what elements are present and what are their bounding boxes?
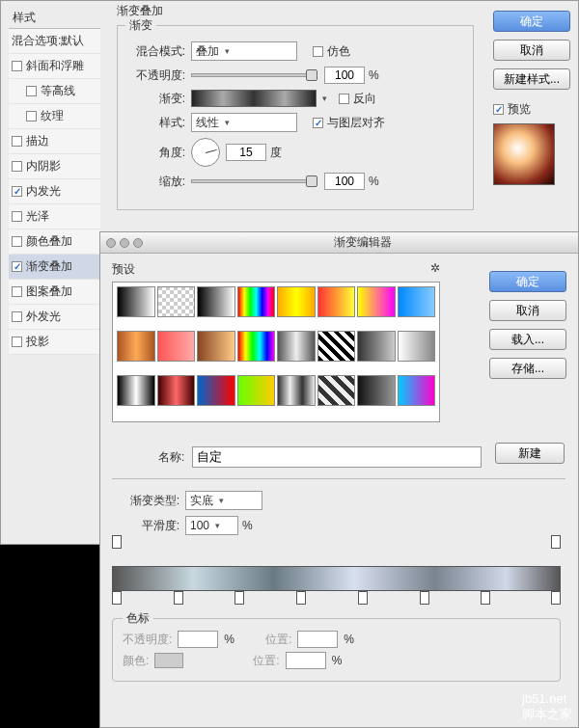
name-input[interactable] — [192, 446, 482, 468]
preset-swatch[interactable] — [398, 286, 436, 317]
preset-swatch[interactable] — [398, 375, 436, 406]
style-checkbox[interactable] — [12, 261, 22, 272]
new-style-button[interactable]: 新建样式... — [493, 68, 570, 90]
preset-swatch[interactable] — [277, 375, 316, 406]
scale-input[interactable] — [324, 173, 365, 190]
preset-swatch[interactable] — [357, 286, 396, 317]
color-stop[interactable] — [296, 591, 306, 605]
preset-swatch[interactable] — [197, 286, 235, 317]
chevron-down-icon: ▾ — [225, 46, 230, 56]
style-select[interactable]: 线性▾ — [191, 113, 297, 132]
minimize-icon[interactable] — [120, 238, 129, 248]
style-item[interactable]: 外发光 — [9, 305, 100, 330]
color-stop[interactable] — [112, 591, 122, 605]
save-button[interactable]: 存储... — [489, 358, 566, 379]
preset-swatch[interactable] — [237, 331, 276, 362]
angle-dial[interactable] — [191, 138, 220, 167]
gradient-bar[interactable] — [112, 566, 561, 591]
style-checkbox[interactable] — [26, 111, 37, 121]
color-stop[interactable] — [174, 591, 183, 605]
preset-swatch[interactable] — [197, 375, 235, 406]
style-item[interactable]: 投影 — [9, 330, 100, 355]
close-icon[interactable] — [106, 238, 116, 248]
style-item[interactable]: 内发光 — [9, 179, 100, 204]
style-item[interactable]: 斜面和浮雕 — [9, 54, 100, 79]
editor-title: 渐变编辑器 — [152, 234, 572, 251]
preset-swatch[interactable] — [317, 286, 356, 317]
preset-swatch[interactable] — [357, 375, 396, 406]
color-stop[interactable] — [420, 591, 429, 605]
reverse-checkbox[interactable] — [339, 94, 349, 104]
angle-label: 角度: — [127, 145, 185, 161]
editor-ok-button[interactable]: 确定 — [489, 271, 566, 292]
preset-swatch[interactable] — [317, 331, 356, 362]
preset-swatch[interactable] — [237, 375, 276, 406]
preset-swatch[interactable] — [398, 331, 436, 362]
zoom-icon[interactable] — [133, 238, 143, 248]
preset-swatch[interactable] — [117, 286, 155, 317]
stop-opacity-label: 不透明度: — [123, 632, 172, 648]
gradient-swatch[interactable] — [191, 90, 317, 107]
preset-swatch[interactable] — [197, 331, 235, 362]
blend-mode-select[interactable]: 叠加▾ — [191, 41, 297, 61]
style-label: 颜色叠加 — [26, 233, 72, 250]
load-button[interactable]: 载入... — [489, 329, 566, 350]
preset-swatch[interactable] — [117, 331, 155, 362]
opacity-input[interactable] — [324, 67, 365, 84]
presets-label: 预设 — [112, 261, 135, 278]
color-stop[interactable] — [481, 591, 490, 605]
style-item[interactable]: 描边 — [9, 129, 100, 154]
preset-swatch[interactable] — [237, 286, 276, 317]
style-item[interactable]: 颜色叠加 — [9, 229, 100, 255]
style-checkbox[interactable] — [12, 311, 22, 322]
dialog-buttons: 确定 取消 新建样式... 预览 — [493, 11, 570, 185]
align-checkbox[interactable] — [313, 118, 323, 128]
chevron-down-icon[interactable]: ▾ — [322, 94, 327, 103]
color-stop[interactable] — [358, 591, 368, 605]
dither-checkbox[interactable] — [313, 46, 323, 57]
style-item[interactable]: 光泽 — [9, 204, 100, 229]
preset-swatch[interactable] — [157, 331, 196, 362]
style-checkbox[interactable] — [12, 186, 22, 197]
style-checkbox[interactable] — [12, 61, 22, 71]
preset-swatch[interactable] — [157, 375, 196, 406]
preset-swatch[interactable] — [277, 331, 316, 362]
new-button[interactable]: 新建 — [495, 443, 565, 464]
style-checkbox[interactable] — [26, 86, 37, 96]
cancel-button[interactable]: 取消 — [493, 40, 570, 61]
style-item[interactable]: 渐变叠加 — [9, 255, 100, 280]
ok-button[interactable]: 确定 — [493, 11, 570, 32]
editor-titlebar[interactable]: 渐变编辑器 — [100, 232, 578, 254]
preview-label: 预览 — [508, 101, 531, 118]
color-stop[interactable] — [551, 591, 561, 605]
smoothness-input[interactable]: 100▾ — [185, 516, 238, 535]
preset-swatch[interactable] — [357, 331, 396, 362]
style-checkbox[interactable] — [12, 236, 22, 247]
style-checkbox[interactable] — [12, 337, 22, 347]
preset-swatch[interactable] — [317, 375, 356, 406]
style-item[interactable]: 图案叠加 — [9, 280, 100, 305]
editor-buttons: 确定 取消 载入... 存储... — [489, 271, 566, 387]
angle-input[interactable] — [226, 144, 266, 161]
style-checkbox[interactable] — [12, 136, 22, 147]
style-item[interactable]: 等高线 — [9, 79, 100, 104]
style-item[interactable]: 内阴影 — [9, 154, 100, 179]
color-stop[interactable] — [234, 591, 244, 605]
gear-icon[interactable]: ✲ — [430, 261, 440, 278]
type-select[interactable]: 实底▾ — [185, 491, 262, 510]
preset-swatch[interactable] — [277, 286, 316, 317]
style-checkbox[interactable] — [12, 161, 22, 172]
preset-swatch[interactable] — [157, 286, 196, 317]
style-item[interactable]: 纹理 — [9, 104, 100, 129]
style-checkbox[interactable] — [12, 211, 22, 222]
style-checkbox[interactable] — [12, 286, 22, 297]
opacity-stop[interactable] — [112, 535, 122, 549]
gradient-fieldset: 渐变 混合模式: 叠加▾ 仿色 不透明度: % 渐变: ▾ — [117, 25, 474, 210]
scale-slider[interactable] — [191, 179, 317, 183]
editor-cancel-button[interactable]: 取消 — [489, 300, 566, 321]
opacity-slider[interactable] — [191, 73, 317, 77]
blend-options-item[interactable]: 混合选项:默认 — [9, 29, 100, 54]
preview-checkbox[interactable] — [493, 104, 504, 115]
preset-swatch[interactable] — [117, 375, 155, 406]
opacity-stop[interactable] — [551, 535, 561, 549]
